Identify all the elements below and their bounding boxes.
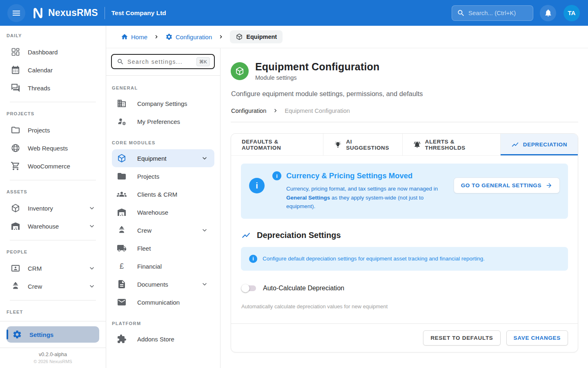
settings-item-label: Documents [137,281,168,288]
settings-item-label: My Preferences [137,118,180,125]
sub-breadcrumb: Configuration Equipment Configuration [231,107,578,114]
sidebar-item-settings[interactable]: Settings [7,326,99,343]
banner-title: Currency & Pricing Settings Moved [286,171,412,180]
building-icon [117,99,127,108]
brand[interactable]: NexusRMS [31,6,98,20]
settings-item-my-preferences[interactable]: My Preferences [106,112,220,130]
section-label-projects: PROJECTS [0,111,106,116]
sub-breadcrumb-current: Equipment Configuration [285,108,350,114]
sidebar-item-warehouse[interactable]: Warehouse [0,217,106,235]
settings-item-communication[interactable]: Communication [106,293,220,311]
settings-item-label: Warehouse [137,209,168,216]
search-icon [457,9,465,17]
tab-depreciation[interactable]: DEPRECIATION [501,134,578,155]
tab-label: ALERTS & THRESHOLDS [425,139,490,151]
button-label: GO TO GENERAL SETTINGS [461,182,541,188]
hamburger-menu-button[interactable] [7,4,25,22]
module-header: Equipment Configuration Module settings [231,61,578,81]
chevron-down-icon [200,154,209,162]
breadcrumb-home[interactable]: Home [121,33,147,40]
settings-item-financial[interactable]: £ Financial [106,257,220,275]
sidebar-item-label: Inventory [28,205,53,212]
tab-alerts-thresholds[interactable]: ALERTS & THRESHOLDS [403,134,501,155]
cart-icon [11,161,20,171]
sidebar-divider [10,102,96,102]
box-icon [11,203,20,213]
header-divider [105,7,105,19]
settings-item-equipment[interactable]: Equipment [112,149,214,167]
sidebar-item-label: Crew [28,283,42,290]
settings-search[interactable]: ⌘K [111,54,215,69]
info-icon: i [272,171,281,180]
sidebar-divider [10,300,96,301]
sidebar-item-crm[interactable]: CRM [0,259,106,277]
document-icon [117,279,127,289]
chevron-down-icon [88,222,96,230]
auto-calculate-toggle-row: Auto-Calculate Depreciation [241,284,568,292]
settings-item-clients-crm[interactable]: Clients & CRM [106,185,220,203]
info-text: Configure default depreciation settings … [263,256,485,262]
nexusrms-logo-icon [31,6,45,20]
global-search-input[interactable] [468,9,528,16]
section-label-assets: ASSETS [0,189,106,194]
go-to-general-settings-button[interactable]: GO TO GENERAL SETTINGS [454,177,560,193]
settings-item-addons-store[interactable]: Addons Store [106,330,220,348]
breadcrumb-configuration[interactable]: Configuration [165,33,212,40]
settings-item-company-settings[interactable]: Company Settings [106,94,220,112]
sidebar-item-inventory[interactable]: Inventory [0,199,106,217]
sidebar-divider [10,180,96,180]
settings-item-label: Addons Store [137,336,174,343]
trend-chart-icon [241,231,251,240]
primary-sidebar-nav: DAILY Dashboard Calendar Threads PROJECT… [0,26,106,321]
settings-item-fleet[interactable]: Fleet [106,239,220,257]
settings-item-documents[interactable]: Documents [106,275,220,293]
folder-icon [11,125,20,135]
sidebar-item-label: Calendar [28,67,53,74]
settings-item-warehouse[interactable]: Warehouse [106,203,220,221]
banner-body-bold: General Settings [286,195,330,201]
sidebar-item-woocommerce[interactable]: WooCommerce [0,157,106,175]
settings-item-crew[interactable]: Crew [106,221,220,239]
sidebar-item-label: Projects [28,127,50,134]
sidebar-item-label: Warehouse [28,223,59,230]
chevron-down-icon [88,204,96,212]
sidebar-footer: v0.2.0-alpha © 2026 NexusRMS [0,348,106,368]
copyright: © 2026 NexusRMS [0,359,106,364]
settings-item-label: Financial [137,263,162,270]
box-icon [236,33,243,40]
tab-defaults-automation[interactable]: DEFAULTS & AUTOMATION [231,134,323,155]
main-content: Equipment Configuration Module settings … [220,48,588,368]
user-avatar[interactable]: TA [564,5,580,21]
reset-to-defaults-button[interactable]: RESET TO DEFAULTS [423,330,500,346]
sidebar-item-calendar[interactable]: Calendar [0,61,106,79]
settings-item-label: Equipment [137,155,167,162]
chevron-right-icon [153,34,160,40]
page-description: Configure equipment module settings, per… [231,90,578,98]
sidebar-item-label: Settings [29,331,53,338]
save-changes-button[interactable]: SAVE CHANGES [506,330,568,346]
primary-sidebar: DAILY Dashboard Calendar Threads PROJECT… [0,26,106,368]
settings-search-input[interactable] [127,58,193,65]
sidebar-item-threads[interactable]: Threads [0,79,106,97]
mail-icon [117,297,127,307]
global-search[interactable] [452,5,533,21]
settings-item-label: Fleet [137,245,151,252]
sub-breadcrumb-configuration[interactable]: Configuration [231,108,266,114]
trend-chart-icon [511,141,519,148]
sidebar-item-crew[interactable]: Crew [0,277,106,295]
toggle-label: Auto-Calculate Depreciation [263,285,344,292]
notifications-button[interactable] [540,5,556,21]
sidebar-item-projects[interactable]: Projects [0,121,106,139]
auto-calculate-toggle[interactable] [241,284,256,292]
sidebar-item-web-requests[interactable]: Web Requests [0,139,106,157]
sidebar-item-label: Web Requests [28,145,68,152]
lightbulb-icon [334,141,342,148]
contact-card-icon [11,263,20,273]
sidebar-item-dashboard[interactable]: Dashboard [0,43,106,61]
pound-icon: £ [117,262,127,271]
chevron-down-icon [88,282,96,290]
tab-ai-suggestions[interactable]: AI SUGGESTIONS [323,134,402,155]
header-rule [231,122,578,122]
depreciation-info-box: i Configure default depreciation setting… [241,247,568,271]
settings-item-projects[interactable]: Projects [106,167,220,185]
